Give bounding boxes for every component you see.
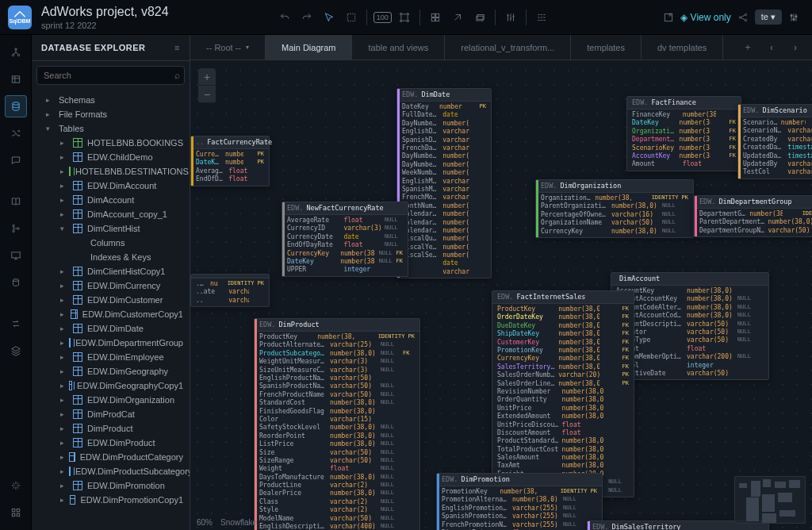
rail-shuffle-icon[interactable] [5,122,27,144]
pointer-tool[interactable] [319,7,339,28]
tree-item[interactable]: Columns [32,236,190,250]
adjust-icon[interactable] [500,7,521,28]
tree-item[interactable]: ▸EDW.ChildDemo [32,150,190,164]
zoom-fit[interactable] [394,7,415,28]
minimap[interactable] [734,476,806,524]
tree-item[interactable]: ▸DimProdCat [32,407,190,421]
entity-factinternetsales[interactable]: EDW.FactInternetSalesProductKeynumber(38… [492,290,634,497]
svg-rect-1 [401,13,408,20]
zoom-in-button[interactable]: + [198,68,216,86]
svg-point-12 [791,14,792,16]
rail-chat-icon[interactable] [5,149,27,171]
undo-button[interactable] [274,7,295,28]
tab-add-button[interactable]: ＋ [737,37,758,58]
app-logo: SqlDBM [8,6,32,29]
align-icon[interactable] [531,7,552,28]
tree-item[interactable]: ▸HOTELBNB.BOOKINGS [32,136,190,150]
tree-item[interactable]: ▸DimAccount_copy_1 [32,207,190,221]
rail-database-icon[interactable] [5,95,27,117]
tree-item[interactable]: ▸HOTELBNB.DESTINATIONS [32,164,190,179]
tab-next-button[interactable]: › [785,37,806,58]
left-rail [0,35,32,530]
stack-icon[interactable] [469,7,490,28]
svg-point-11 [745,19,746,21]
tree-item[interactable]: ▸EDW.DimProductSubcategory [32,464,190,478]
entity-dimpromotion[interactable]: EDW.DimPromotionPromotionKeynumber(38,0)… [436,473,603,530]
zoom-out-button[interactable]: − [198,86,216,103]
rail-db2-icon[interactable] [5,271,27,294]
rail-layers-icon[interactable] [5,340,27,362]
entity-factcurrencyrate[interactable]: ..FactCurrencyRateCurrencyKeynumber(38,0… [190,136,270,186]
entity-factfinance[interactable]: EDW.FactFinanceFinanceKeynumber(38,0)Dat… [626,96,741,171]
tree-item[interactable]: ▾Tables [32,121,190,136]
marquee-tool[interactable] [341,7,362,28]
tree-item[interactable]: ▸EDW.DimDepartmentGroup [32,336,190,350]
redo-button[interactable] [297,7,317,28]
view-only-badge[interactable]: ◈ View only [680,12,731,23]
tab-prev-button[interactable]: ‹ [761,37,782,58]
svg-point-9 [739,16,741,17]
entity-dimproduct[interactable]: EDW.DimProductProductKeynumber(38,0)IDEN… [254,318,420,530]
tree-item[interactable]: ▸File Formats [32,107,190,121]
svg-point-16 [12,54,13,56]
diagram-canvas[interactable]: + − ..FactCurrencyRateCurrencyKeynumber(… [190,60,812,530]
rail-table-icon[interactable] [5,68,27,90]
tree-item[interactable]: ▸EDW.DimCustomerCopy1 [32,307,190,321]
connector-icon[interactable] [447,7,468,28]
export-icon[interactable] [658,7,679,28]
tree-item[interactable]: ▸EDW.DimProductCategory [32,450,190,464]
rail-apps-icon[interactable] [5,501,27,524]
svg-point-15 [14,48,16,50]
project-title: AdWorks project, v824 [41,5,169,19]
tree-item[interactable]: ▸EDW.DimGeographyCopy1 [32,378,190,393]
settings-icon[interactable] [783,7,804,28]
search-icon: ⌕ [174,70,180,81]
tab[interactable]: relational_v_transform... [445,35,571,60]
entity-dimdate[interactable]: EDW.DimDateDateKeynumber(38,0)PKFullDate… [396,88,492,278]
titlebar: SqlDBM AdWorks project, v824 sprint 12 2… [0,0,812,35]
tree-item[interactable]: ▸DimClientHistCopy1 [32,264,190,278]
tree-item[interactable]: ▸EDW.DimDate [32,321,190,336]
search-input[interactable] [36,66,185,85]
rail-book-icon[interactable] [5,190,27,213]
rail-transfer-icon[interactable] [5,313,27,335]
svg-point-21 [12,230,13,232]
entity-dimdeptgroup[interactable]: EDW.DimDepartmentGroupDepartmentGroupKey… [694,195,812,237]
tree-item[interactable]: ▸EDW.DimPromotion [32,478,190,493]
tree-item[interactable]: ▸EDW.DimProduct [32,436,190,450]
tree-item[interactable]: ▸EDW.DimAccount [32,179,190,193]
user-avatar[interactable]: te ▾ [755,10,782,25]
tab[interactable]: templates [571,35,642,60]
svg-point-19 [12,102,18,106]
entity-newfactcurrencyrate[interactable]: EDW.NewFactCurrencyRateAverageRatefloatN… [282,202,408,277]
entity-dimscenario[interactable]: EDW.DimScenarioScenarioKeynumber(38,0)ID… [737,104,812,179]
tab[interactable]: dv templates [642,35,723,60]
tab[interactable]: Main Diagram [266,35,352,60]
rail-sparkle-icon[interactable] [5,474,27,497]
entity-dimorganization[interactable]: EDW.DimOrganizationOrganizationKeynumber… [535,179,694,238]
entity-dimaccount[interactable]: DimAccountAccountKeynumber(38,0)ParentAc… [611,272,769,380]
rail-git-icon[interactable] [5,217,27,240]
tree-item[interactable]: ▸EDW.DimCurrency [32,278,190,293]
tab[interactable]: table and views [352,35,445,60]
tree-item[interactable]: ▸DimProduct [32,421,190,436]
tree-item[interactable]: ▸EDW.DimPromotionCopy1 [32,493,190,507]
tab[interactable]: -- Root --▾ [190,35,266,60]
tree-item[interactable]: ▸DimAccount [32,193,190,207]
tree-item[interactable]: ▸EDW.DimCustomer [32,293,190,307]
share-icon[interactable] [733,7,753,28]
rail-monitor-icon[interactable] [5,244,27,267]
tree-item[interactable]: ▾DimClientHist [32,221,190,236]
tree-item[interactable]: ▸EDW.DimEmployee [32,350,190,364]
grid-icon[interactable] [425,7,446,28]
entity-anon[interactable]: ..Keynumber(38,0)IDENTITY PK..atevarchar… [190,274,270,307]
tree-item[interactable]: ▸EDW.DimGeography [32,364,190,378]
rail-schema-icon[interactable] [5,41,27,63]
tree-item[interactable]: ▸Schemas [32,93,190,107]
zoom-100[interactable]: 100 [372,7,393,28]
status-bar: 60% Snowflake [190,514,263,530]
tree-item[interactable]: ▸EDW.DimOrganization [32,393,190,407]
sidebar-menu-icon[interactable]: ≡ [174,43,180,52]
svg-rect-23 [11,252,20,258]
tree-item[interactable]: Indexes & Keys [32,250,190,264]
